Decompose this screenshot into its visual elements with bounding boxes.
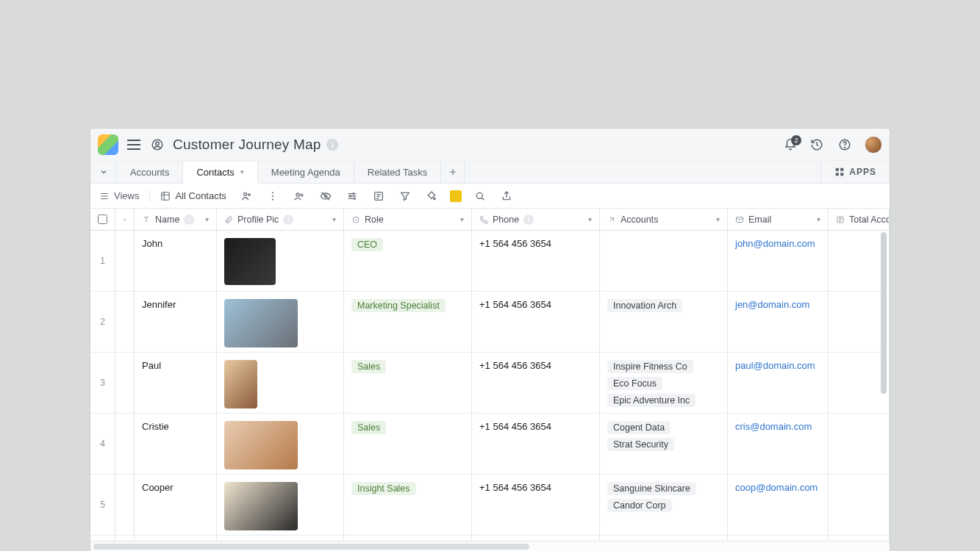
- search-icon[interactable]: [472, 188, 488, 204]
- color-swatch-icon[interactable]: [450, 190, 462, 202]
- cell-role[interactable]: Sales: [344, 414, 472, 474]
- add-tab-button[interactable]: [441, 161, 465, 183]
- views-button[interactable]: Views: [99, 190, 139, 201]
- info-icon[interactable]: i: [283, 215, 293, 225]
- email-link[interactable]: cris@domain.com: [735, 421, 812, 432]
- cell-phone-wrap[interactable]: +1 564 456 3654: [472, 353, 600, 413]
- profile-pic[interactable]: [224, 299, 298, 347]
- cell-total[interactable]: [829, 414, 890, 474]
- scrollbar-thumb[interactable]: [881, 232, 887, 394]
- cell-phone-wrap[interactable]: +1 564 456 3654: [472, 292, 600, 352]
- sliders-icon[interactable]: [344, 188, 360, 204]
- cell-accounts[interactable]: Sanguine SkincareCandor Corp: [600, 475, 728, 535]
- cell-email[interactable]: jen@domain.com: [728, 292, 829, 352]
- tab-contacts[interactable]: Contacts ▾: [183, 162, 257, 184]
- cell-accounts[interactable]: Vortex Solar: [600, 536, 728, 541]
- chevron-down-icon[interactable]: ▾: [817, 215, 820, 223]
- cell-accounts[interactable]: [600, 231, 728, 291]
- current-view-button[interactable]: All Contacts: [160, 190, 226, 201]
- hamburger-menu-button[interactable]: [126, 137, 142, 153]
- column-header-profile-pic[interactable]: Profile Pic i ▾: [217, 209, 344, 230]
- table-row[interactable]: 3PaulSales+1 564 456 3654Inspire Fitness…: [90, 353, 890, 414]
- cell-accounts[interactable]: Innovation Arch: [600, 292, 728, 352]
- cell-name-wrap[interactable]: Paul: [135, 353, 217, 413]
- table-body[interactable]: 1JohnCEO+1 564 456 3654john@domain.com2J…: [90, 231, 890, 541]
- tab-related-tasks[interactable]: Related Tasks: [354, 161, 441, 183]
- column-header-email[interactable]: Email ▾: [728, 209, 829, 230]
- app-logo-icon[interactable]: [98, 134, 118, 155]
- cell-email[interactable]: coop@domain.com: [728, 475, 829, 535]
- cell-role[interactable]: Insight Sales: [344, 475, 472, 535]
- account-chip[interactable]: Candor Corp: [607, 499, 672, 512]
- cell-pic[interactable]: [217, 292, 344, 352]
- cell-name-wrap[interactable]: Cooper: [135, 475, 217, 535]
- table-row[interactable]: 4CristieSales+1 564 456 3654Cogent DataS…: [90, 414, 890, 475]
- sort-icon[interactable]: [371, 188, 387, 204]
- cell-accounts[interactable]: Inspire Fitness CoEco FocusEpic Adventur…: [600, 353, 728, 413]
- more-vertical-icon[interactable]: [265, 188, 281, 204]
- account-chip[interactable]: Sanguine Skincare: [607, 482, 696, 495]
- account-chip[interactable]: Inspire Fitness Co: [607, 360, 693, 373]
- cell-email[interactable]: paul@domain.com: [728, 353, 829, 413]
- account-chip[interactable]: Strat Security: [607, 438, 674, 451]
- share-icon[interactable]: [498, 188, 515, 204]
- account-chip[interactable]: Epic Adventure Inc: [607, 394, 695, 407]
- chevron-down-icon[interactable]: ▾: [588, 215, 592, 223]
- email-link[interactable]: jen@domain.com: [735, 299, 809, 310]
- history-icon[interactable]: [809, 137, 825, 153]
- people-icon[interactable]: [291, 188, 307, 204]
- cell-name-wrap[interactable]: [135, 536, 217, 541]
- table-row[interactable]: Customer Experience Manag+1 564 456 3654…: [90, 536, 890, 541]
- select-all-checkbox[interactable]: [90, 209, 115, 230]
- cell-phone-wrap[interactable]: +1 564 456 3654: [472, 536, 600, 541]
- cell-role[interactable]: Marketing Specialist: [344, 292, 472, 352]
- vertical-scrollbar[interactable]: [881, 232, 888, 394]
- account-chip[interactable]: Innovation Arch: [607, 299, 682, 312]
- tab-accounts[interactable]: Accounts: [117, 161, 183, 183]
- column-header-accounts[interactable]: Accounts ▾: [600, 209, 728, 230]
- table-row[interactable]: 1JohnCEO+1 564 456 3654john@domain.com: [90, 231, 890, 292]
- horizontal-scrollbar[interactable]: [90, 541, 890, 551]
- cell-name-wrap[interactable]: John: [135, 231, 217, 291]
- tab-meeting-agenda[interactable]: Meeting Agenda: [258, 161, 354, 183]
- scrollbar-thumb[interactable]: [93, 544, 529, 550]
- column-header-role[interactable]: Role ▾: [344, 209, 472, 230]
- cell-name-wrap[interactable]: Cristie: [135, 414, 217, 474]
- chevron-down-icon[interactable]: ▾: [332, 215, 336, 223]
- email-link[interactable]: paul@domain.com: [735, 360, 815, 371]
- cell-role[interactable]: Customer Experience Manag: [344, 536, 472, 541]
- cell-pic[interactable]: [217, 475, 344, 535]
- table-row[interactable]: 2JenniferMarketing Specialist+1 564 456 …: [90, 292, 890, 353]
- user-avatar[interactable]: [865, 136, 882, 154]
- info-icon[interactable]: i: [326, 139, 338, 151]
- cell-phone-wrap[interactable]: +1 564 456 3654: [472, 231, 600, 291]
- column-header-phone[interactable]: Phone i ▾: [472, 209, 600, 230]
- shared-users-icon[interactable]: [149, 137, 165, 153]
- cell-name-wrap[interactable]: Jennifer: [135, 292, 217, 352]
- person-add-icon[interactable]: [238, 188, 254, 204]
- chevron-down-icon[interactable]: ▾: [205, 215, 209, 223]
- column-header-total[interactable]: Total Acco: [829, 209, 890, 230]
- eye-off-icon[interactable]: [318, 188, 334, 204]
- account-chip[interactable]: Eco Focus: [607, 377, 662, 390]
- cell-phone-wrap[interactable]: +1 564 456 3654: [472, 414, 600, 474]
- cell-phone-wrap[interactable]: +1 564 456 3654: [472, 475, 600, 535]
- profile-pic[interactable]: [224, 238, 276, 285]
- profile-pic[interactable]: [224, 421, 298, 469]
- cell-role[interactable]: Sales: [344, 353, 472, 413]
- chevron-down-icon[interactable]: ▾: [716, 215, 720, 223]
- info-icon[interactable]: i: [523, 215, 534, 225]
- help-icon[interactable]: [837, 137, 853, 153]
- email-link[interactable]: john@domain.com: [735, 238, 815, 249]
- filter-icon[interactable]: [397, 188, 413, 204]
- cell-pic[interactable]: [217, 414, 344, 474]
- profile-pic[interactable]: [224, 482, 298, 530]
- cell-total[interactable]: [829, 475, 890, 535]
- cell-accounts[interactable]: Cogent DataStrat Security: [600, 414, 728, 474]
- cell-pic[interactable]: [217, 353, 344, 413]
- email-link[interactable]: coop@domain.com: [735, 482, 818, 493]
- checkbox[interactable]: [98, 215, 107, 224]
- chevron-down-icon[interactable]: ▾: [460, 215, 464, 223]
- profile-pic[interactable]: [224, 360, 257, 408]
- apps-button[interactable]: APPS: [820, 161, 890, 183]
